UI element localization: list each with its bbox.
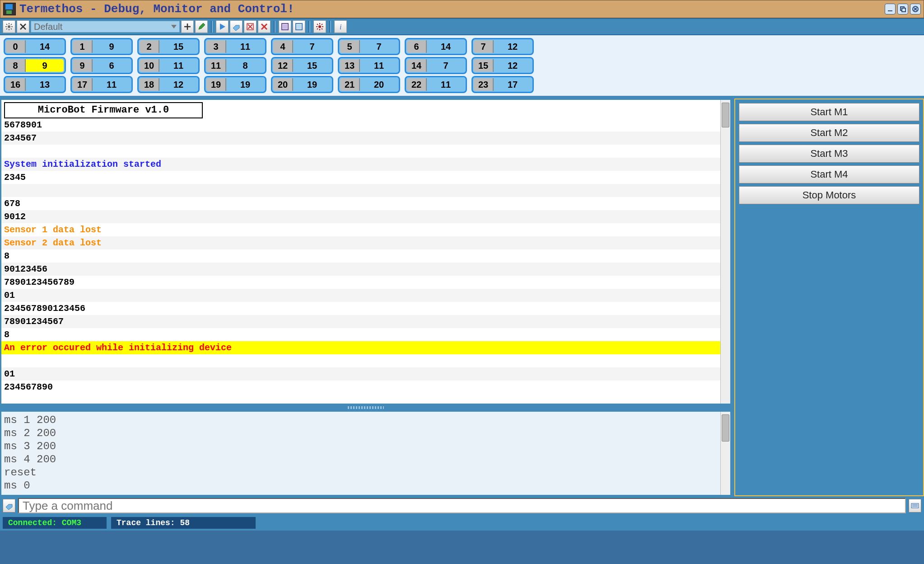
svg-line-14 <box>6 28 7 29</box>
macro-button[interactable]: Start M2 <box>739 124 919 142</box>
channel-5[interactable]: 57 <box>338 38 400 55</box>
history-pane: ms 1 200ms 2 200ms 3 200ms 4 200resetms … <box>0 410 732 496</box>
channel-value: 7 <box>293 40 331 53</box>
toolbar-separator <box>211 21 213 33</box>
svg-marker-40 <box>6 504 12 510</box>
channel-value: 12 <box>494 59 532 72</box>
macro-button[interactable]: Stop Motors <box>739 186 919 204</box>
channel-index: 12 <box>273 59 293 72</box>
channel-value: 12 <box>159 78 197 91</box>
trace-title: MicroBot Firmware v1.0 <box>4 102 203 118</box>
horizontal-splitter[interactable] <box>0 405 732 410</box>
channel-23[interactable]: 2317 <box>471 76 534 93</box>
left-column: MicroBot Firmware v1.0 5678901234567 Sys… <box>0 99 734 496</box>
status-connection: Connected: COM3 <box>3 517 107 529</box>
history-line[interactable]: ms 1 200 <box>4 414 719 427</box>
channel-value: 9 <box>26 59 64 72</box>
channel-index: 21 <box>340 78 360 91</box>
trace-line: 234567890 <box>1 381 720 394</box>
window-controls <box>885 4 921 14</box>
channel-value: 11 <box>360 59 398 72</box>
macro-panel: Start M1Start M2Start M3Start M4Stop Mot… <box>734 99 924 496</box>
about-button[interactable]: i <box>334 20 347 33</box>
history-line[interactable]: ms 2 200 <box>4 427 719 440</box>
erase-command-button[interactable] <box>3 499 15 512</box>
svg-line-11 <box>6 24 7 25</box>
channel-19[interactable]: 1919 <box>204 76 266 93</box>
channel-6[interactable]: 614 <box>405 38 467 55</box>
main-toolbar: Default i <box>0 18 924 35</box>
minimize-button[interactable] <box>885 4 896 14</box>
macro-button[interactable]: Start M4 <box>739 165 919 183</box>
channel-value: 13 <box>26 78 64 91</box>
toolbar-separator <box>329 21 331 33</box>
title-bar: Termethos - Debug, Monitor and Control! <box>0 0 924 18</box>
channel-index: 11 <box>206 59 226 72</box>
history-line[interactable]: ms 4 200 <box>4 453 719 466</box>
channel-index: 15 <box>474 59 494 72</box>
channel-18[interactable]: 1812 <box>137 76 200 93</box>
edit-profile-button[interactable] <box>195 20 208 33</box>
channel-4[interactable]: 47 <box>271 38 333 55</box>
macro-button[interactable]: Start M3 <box>739 145 919 163</box>
macro-button[interactable]: Start M1 <box>739 103 919 121</box>
channel-11[interactable]: 118 <box>204 57 266 74</box>
play-button[interactable] <box>216 20 229 33</box>
scroll-thumb[interactable] <box>722 103 729 127</box>
firmware-button[interactable] <box>313 20 326 33</box>
channel-value: 6 <box>93 59 131 72</box>
scroll-thumb[interactable] <box>722 414 729 442</box>
command-input[interactable] <box>18 498 906 513</box>
channel-22[interactable]: 2211 <box>405 76 467 93</box>
channel-index: 10 <box>140 59 159 72</box>
close-button[interactable] <box>910 4 921 14</box>
window-title: Termethos - Debug, Monitor and Control! <box>19 2 885 16</box>
toolbar-separator <box>308 21 310 33</box>
channel-index: 19 <box>206 78 226 91</box>
clear-all-button[interactable] <box>258 20 271 33</box>
svg-line-13 <box>11 24 12 25</box>
channel-value: 8 <box>226 59 264 72</box>
channel-1[interactable]: 19 <box>70 38 133 55</box>
channel-3[interactable]: 311 <box>204 38 266 55</box>
channel-9[interactable]: 96 <box>70 57 133 74</box>
svg-rect-41 <box>911 503 919 508</box>
window-1-button[interactable] <box>279 20 291 33</box>
history-body[interactable]: ms 1 200ms 2 200ms 3 200ms 4 200resetms … <box>4 414 719 492</box>
channel-value: 7 <box>360 40 398 53</box>
channel-7[interactable]: 712 <box>471 38 534 55</box>
keyboard-button[interactable] <box>909 499 921 512</box>
channel-16[interactable]: 1613 <box>4 76 66 93</box>
channel-0[interactable]: 014 <box>4 38 66 55</box>
trace-line: 8 <box>1 249 720 263</box>
channel-20[interactable]: 2019 <box>271 76 333 93</box>
channel-14[interactable]: 147 <box>405 57 467 74</box>
history-line[interactable]: ms 0 <box>4 479 719 492</box>
svg-point-6 <box>8 25 10 28</box>
maximize-button[interactable] <box>897 4 908 14</box>
delete-profile-button[interactable] <box>17 20 29 33</box>
erase-trace-button[interactable] <box>230 20 243 33</box>
settings-button[interactable] <box>3 20 15 33</box>
history-line[interactable]: reset <box>4 466 719 479</box>
channel-15[interactable]: 1512 <box>471 57 534 74</box>
channel-12[interactable]: 1215 <box>271 57 333 74</box>
channel-value: 20 <box>360 78 398 91</box>
channel-17[interactable]: 1711 <box>70 76 133 93</box>
add-profile-button[interactable] <box>181 20 194 33</box>
trace-body[interactable]: MicroBot Firmware v1.0 5678901234567 Sys… <box>1 100 720 404</box>
trace-scrollbar[interactable] <box>720 100 730 404</box>
channel-index: 2 <box>140 40 159 53</box>
window-2-button[interactable] <box>293 20 305 33</box>
channel-8[interactable]: 89 <box>4 57 66 74</box>
trace-line: 234567890123456 <box>1 302 720 315</box>
history-scrollbar[interactable] <box>720 412 730 495</box>
history-line[interactable]: ms 3 200 <box>4 440 719 453</box>
clear-marked-button[interactable] <box>244 20 257 33</box>
channel-10[interactable]: 1011 <box>137 57 200 74</box>
channel-21[interactable]: 2120 <box>338 76 400 93</box>
channel-13[interactable]: 1311 <box>338 57 400 74</box>
channel-index: 13 <box>340 59 360 72</box>
profile-select[interactable]: Default <box>31 21 180 33</box>
channel-2[interactable]: 215 <box>137 38 200 55</box>
